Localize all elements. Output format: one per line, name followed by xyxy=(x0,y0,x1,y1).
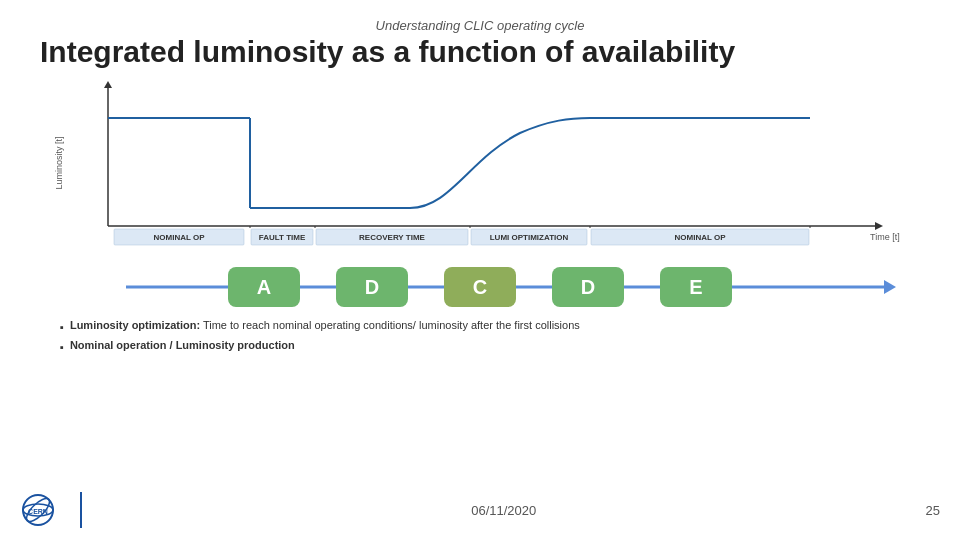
chart-area: Luminosity [t] Time [t] xyxy=(50,78,910,253)
cern-logo: CERN xyxy=(20,492,72,528)
footer: CERN 06/11/2020 25 xyxy=(0,492,960,528)
svg-text:CERN: CERN xyxy=(28,508,48,515)
chart-svg: Luminosity [t] Time [t] xyxy=(50,78,910,253)
bullet-2: ▪ Nominal operation / Luminosity product… xyxy=(60,337,900,357)
phase-box-c-wrapper: C xyxy=(444,267,516,307)
bullet-2-text: Nominal operation / Luminosity productio… xyxy=(70,337,295,355)
bullet-2-bold: Nominal operation / Luminosity productio… xyxy=(70,339,295,351)
bullet-dot-1: ▪ xyxy=(60,319,64,337)
bullet-dot-2: ▪ xyxy=(60,339,64,357)
svg-marker-1 xyxy=(104,81,112,88)
svg-text:NOMINAL OP: NOMINAL OP xyxy=(675,233,727,242)
svg-text:FAULT TIME: FAULT TIME xyxy=(259,233,306,242)
phase-box-a: A xyxy=(228,267,300,307)
bullet-1-body: Time to reach nominal operating conditio… xyxy=(200,319,580,331)
phase-box-e: E xyxy=(660,267,732,307)
x-axis-label: Time [t] xyxy=(870,232,900,242)
bullet-1-text: Luminosity optimization: Time to reach n… xyxy=(70,317,580,335)
phase-box-e-wrapper: E xyxy=(660,267,732,307)
page-title: Integrated luminosity as a function of a… xyxy=(40,35,920,68)
phase-box-d1-wrapper: D xyxy=(336,267,408,307)
phase-box-d2-wrapper: D xyxy=(552,267,624,307)
footer-divider xyxy=(80,492,82,528)
footer-page-number: 25 xyxy=(926,503,940,518)
phase-box-c: C xyxy=(444,267,516,307)
svg-text:RECOVERY TIME: RECOVERY TIME xyxy=(359,233,425,242)
bullets-section: ▪ Luminosity optimization: Time to reach… xyxy=(60,317,900,356)
phase-box-d2: D xyxy=(552,267,624,307)
bullet-1-bold: Luminosity optimization: xyxy=(70,319,200,331)
phase-box-a-wrapper: A xyxy=(228,267,300,307)
slide: Understanding CLIC operating cycle Integ… xyxy=(0,0,960,540)
bullet-1: ▪ Luminosity optimization: Time to reach… xyxy=(60,317,900,337)
svg-text:LUMI OPTIMIZATION: LUMI OPTIMIZATION xyxy=(490,233,569,242)
footer-left: CERN xyxy=(20,492,82,528)
svg-text:NOMINAL OP: NOMINAL OP xyxy=(154,233,206,242)
arrow-end xyxy=(884,280,896,294)
phase-box-d1: D xyxy=(336,267,408,307)
y-axis-label: Luminosity [t] xyxy=(54,136,64,189)
subtitle: Understanding CLIC operating cycle xyxy=(40,18,920,33)
footer-date: 06/11/2020 xyxy=(471,503,536,518)
arrow-phases-row: A D C D E xyxy=(90,267,870,307)
svg-marker-3 xyxy=(875,222,883,230)
